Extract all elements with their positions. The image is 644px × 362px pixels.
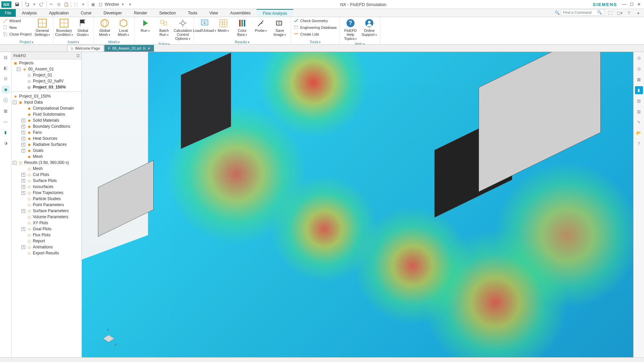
expander-icon[interactable]: + <box>21 185 25 189</box>
close-icon[interactable]: ✕ <box>635 1 643 8</box>
ribbon-mesh[interactable]: Mesh <box>215 18 232 34</box>
tree-results-item[interactable]: +◇Isosurfaces <box>11 184 82 190</box>
window-menu-label[interactable]: Window <box>105 2 119 7</box>
menu-developer[interactable]: Developer <box>98 9 128 17</box>
expander-icon[interactable]: + <box>21 143 25 146</box>
tree-input-item[interactable]: +◆Goals <box>11 147 82 154</box>
3d-viewport[interactable]: x z <box>82 52 633 357</box>
rs-open-icon[interactable]: 📂 <box>635 129 643 137</box>
status-dot-icon[interactable]: ● <box>635 9 642 17</box>
expander-icon[interactable]: + <box>21 227 25 231</box>
search-scope-icon[interactable]: 🔍 <box>553 9 561 16</box>
ribbon-group-label[interactable]: Tools <box>293 40 337 44</box>
active-project-header[interactable]: ◈ Project_03_150% <box>11 93 82 99</box>
tree-results-item[interactable]: ◇Export Results <box>11 250 82 256</box>
ribbon-global-goals[interactable]: GlobalGoals <box>74 18 92 38</box>
redo-icon[interactable] <box>38 1 45 8</box>
tab-close-icon[interactable]: ✕ <box>148 47 150 50</box>
expander-icon[interactable]: + <box>21 149 25 153</box>
tree-input-item[interactable]: ◆Fluid Subdomains <box>11 111 82 117</box>
ribbon-group-label[interactable]: Results <box>196 40 288 44</box>
expander-icon[interactable]: − <box>13 101 16 104</box>
menu-render[interactable]: Render <box>128 9 153 17</box>
rs-flow-icon[interactable]: ▮ <box>635 86 643 94</box>
tab-pin-icon[interactable]: ⎘ <box>143 46 146 50</box>
ribbon-check-geometry[interactable]: Check Geometry <box>293 18 337 24</box>
ribbon-boundary-condition[interactable]: BoundaryCondition <box>55 18 73 38</box>
menu-tools[interactable]: Tools <box>182 9 203 17</box>
menu-assemblies[interactable]: Assemblies <box>224 9 257 17</box>
expander-icon[interactable]: + <box>21 245 25 249</box>
strip-sheet-icon[interactable]: ▭ <box>2 118 10 126</box>
tree-results-item[interactable]: +◇Surface Plots <box>11 178 82 184</box>
expander-icon[interactable]: + <box>21 191 25 195</box>
tab-welcome[interactable]: ⌂ Welcome Page <box>67 45 104 52</box>
ribbon-batch-run[interactable]: BatchRun <box>155 18 173 38</box>
tree-results-item[interactable]: ◇Report <box>11 238 82 244</box>
command-search-input[interactable] <box>563 10 597 14</box>
results-root[interactable]: − ◫ Results (3.fld, 360.000 s) <box>11 160 82 166</box>
strip-floefd-icon[interactable]: ◉ <box>2 85 10 94</box>
undo-icon[interactable] <box>23 1 31 8</box>
tree-input-item[interactable]: +◆Radiative Surfaces <box>11 141 82 147</box>
tree-results-item[interactable]: ◇Mesh <box>11 166 82 172</box>
tree-results-item[interactable]: ◇Point Parameters <box>11 202 82 208</box>
tree-results-item[interactable]: +◇Animations <box>11 244 82 250</box>
view-triad[interactable]: x z <box>100 330 117 347</box>
touch-mode-dropdown-icon[interactable]: ▾ <box>79 1 87 8</box>
menu-selection[interactable]: Selection <box>153 9 182 17</box>
menu-application[interactable]: Application <box>43 9 75 17</box>
tree-project-item[interactable]: ◎Project_02_halfV <box>11 78 82 84</box>
ribbon-create-lids[interactable]: Create Lids <box>293 31 337 37</box>
roles-icon[interactable]: ▢▾ <box>616 9 623 17</box>
menu-view[interactable]: View <box>203 9 224 17</box>
tree-input-item[interactable]: ◆Mesh <box>11 154 82 160</box>
ribbon-global-mesh[interactable]: GlobalMesh <box>96 18 113 38</box>
switch-window-icon[interactable]: ▣ <box>89 1 97 8</box>
expander-icon[interactable]: + <box>21 125 25 128</box>
tree-results-item[interactable]: +◇Cut Plots <box>11 172 82 178</box>
tree-input-item[interactable]: +◆Boundary Conditions <box>11 123 82 129</box>
menu-flow-analysis[interactable]: Flow Analysis <box>257 9 293 17</box>
ribbon-color-bars[interactable]: ColorBars <box>233 18 251 38</box>
fullscreen-icon[interactable]: ⛶ <box>606 9 614 17</box>
ribbon-probe[interactable]: Probe <box>252 18 270 34</box>
ribbon-group-label[interactable]: Insert <box>55 40 92 44</box>
expander-icon[interactable]: − <box>13 161 16 165</box>
rs-probe-icon[interactable]: ✎ <box>635 118 643 126</box>
ribbon-wizard[interactable]: Wizard <box>2 18 32 24</box>
menu-curve[interactable]: Curve <box>75 9 98 17</box>
rs-graph-icon[interactable]: ▤ <box>635 97 643 105</box>
strip-constraint-icon[interactable]: ⊟ <box>2 75 10 83</box>
maximize-icon[interactable]: ☐ <box>628 1 635 8</box>
undo-dropdown-icon[interactable]: ▾ <box>31 1 38 8</box>
menu-analysis[interactable]: Analysis <box>16 9 43 17</box>
expander-icon[interactable]: + <box>21 119 25 122</box>
expander-icon[interactable]: − <box>17 67 20 71</box>
strip-flow-icon[interactable]: ▮ <box>2 128 10 136</box>
tree-input-item[interactable]: +◆Fans <box>11 129 82 135</box>
save-icon[interactable] <box>13 1 21 8</box>
tree-results-item[interactable]: ◇Volume Parameters <box>11 214 82 220</box>
strip-assembly-icon[interactable]: ◧ <box>2 64 10 72</box>
strip-image-icon[interactable]: ▦ <box>2 107 10 115</box>
tree-results-item[interactable]: +◇Goal Plots <box>11 226 82 232</box>
rs-help-icon[interactable]: ? <box>635 140 643 148</box>
panel-toggle-icon[interactable]: ◻ <box>76 53 79 58</box>
expander-icon[interactable]: + <box>21 173 25 177</box>
tree-results-item[interactable]: ◇Flux Plots <box>11 232 82 238</box>
paste-icon[interactable]: 📋 <box>62 1 70 8</box>
ribbon-engineering-database[interactable]: Engineering Database <box>293 24 337 31</box>
expander-icon[interactable]: + <box>21 131 25 134</box>
ribbon-calculation-control-options[interactable]: CalculationControl Options <box>174 18 192 42</box>
rs-eye-icon[interactable]: ◎ <box>635 54 643 62</box>
tree-project-item[interactable]: ◎Project_03_150% <box>11 84 82 90</box>
tree-projects-root[interactable]: ▣ Projects <box>11 60 82 66</box>
ribbon-local-mesh[interactable]: LocalMesh <box>115 18 132 38</box>
tree-results-item[interactable]: ◇XY Plots <box>11 220 82 226</box>
command-search[interactable]: 🔍 <box>561 9 604 16</box>
help-icon[interactable]: ? <box>625 9 633 17</box>
touch-mode-icon[interactable]: ⬚ <box>72 1 79 8</box>
menu-file[interactable]: File <box>0 9 16 17</box>
rs-eye2-icon[interactable]: ◎ <box>635 65 643 73</box>
